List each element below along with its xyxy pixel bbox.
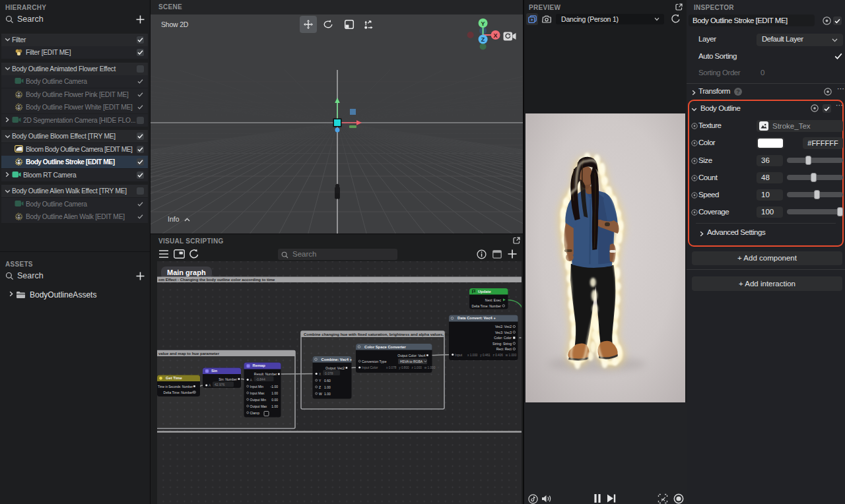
svg-text:Data Convert: Vec4 +: Data Convert: Vec4 +	[457, 316, 496, 320]
svg-text:1.00: 1.00	[271, 404, 278, 408]
svg-text:Result: Number: Result: Number	[254, 372, 277, 376]
svg-text:1.00: 1.00	[324, 385, 331, 389]
svg-text:Remap: Remap	[253, 363, 266, 367]
svg-text:Vec3: Vec3: Vec3: Vec3	[495, 331, 512, 334]
svg-text:HSVA to RGBA: HSVA to RGBA	[400, 360, 423, 363]
svg-text:1.00: 1.00	[271, 391, 278, 395]
svg-text:x 1.000 y 0.461 z 0.406: x 1.000 y 0.461 z 0.406 w 1.000	[467, 354, 517, 357]
svg-text:Update: Update	[478, 290, 491, 294]
svg-text:Input Min: Input Min	[250, 385, 264, 389]
svg-text:Output: Vec2: Output: Vec2	[325, 366, 345, 370]
svg-text:Time in Seconds: Number: Time in Seconds: Number	[158, 385, 193, 389]
svg-text:0.00: 0.00	[271, 398, 278, 402]
svg-text:Color: Color: Color: Color	[494, 336, 512, 340]
svg-text:-1.00: -1.00	[271, 385, 279, 389]
svg-text:Color Space Converter: Color Space Converter	[364, 345, 407, 349]
svg-text:0.60: 0.60	[324, 379, 331, 383]
svg-text:Sin: Number: Sin: Number	[219, 377, 237, 381]
svg-text:Input Color: Input Color	[362, 365, 378, 369]
svg-text:Clamp: Clamp	[250, 411, 260, 415]
svg-text:W: W	[319, 392, 322, 396]
svg-text:String: String: String: String	[492, 342, 512, 346]
svg-text:Output Color: Vec4: Output Color: Vec4	[397, 354, 425, 358]
svg-text:Sin: Sin	[211, 369, 217, 373]
svg-text:Rect: Rect: Rect: Rect	[496, 347, 512, 351]
svg-text:x 0.078 y 0.800 z 1.000: x 0.078 y 0.800 z 1.000 w 1.000	[386, 366, 436, 369]
svg-text:Vec2: Vec2: Vec2: Vec2	[495, 325, 512, 329]
svg-text:Input Max: Input Max	[250, 391, 265, 395]
svg-text:42.976: 42.976	[215, 383, 225, 387]
svg-text:-0.844: -0.844	[256, 377, 265, 381]
svg-text:Z: Z	[319, 385, 321, 389]
svg-text:Get Time: Get Time	[166, 376, 182, 380]
svg-text:Delta Time: Number: Delta Time: Number	[164, 391, 193, 394]
svg-text:value and map to hue parameter: value and map to hue parameter	[158, 352, 220, 356]
svg-text:Next: Exec: Next: Exec	[485, 298, 502, 302]
svg-text:X: X	[494, 32, 498, 39]
svg-text:Output Max: Output Max	[250, 404, 267, 408]
svg-text:Combine: Vec4 +: Combine: Vec4 +	[321, 358, 353, 362]
svg-text:Output Min: Output Min	[250, 398, 267, 402]
svg-text:Y: Y	[481, 20, 485, 27]
svg-text:Conversion Type: Conversion Type	[362, 360, 387, 363]
svg-text:Z: Z	[481, 36, 485, 43]
svg-text:Input: Input	[455, 353, 463, 357]
svg-text:om Effect - Changing the body: om Effect - Changing the body outline co…	[158, 278, 275, 282]
svg-text:1.00: 1.00	[324, 392, 331, 396]
svg-text:Delta Time: Number: Delta Time: Number	[472, 304, 502, 308]
svg-text:0.078: 0.078	[325, 371, 333, 375]
